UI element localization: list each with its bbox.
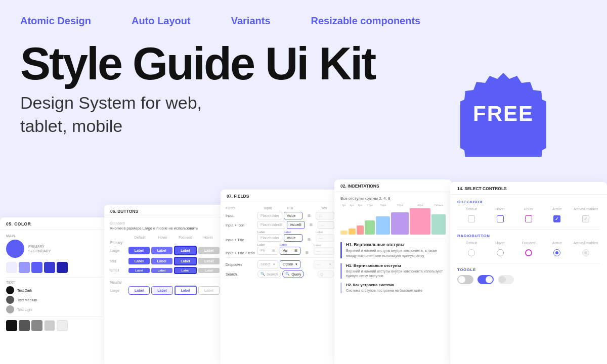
nav-variants[interactable]: Variants	[231, 15, 271, 27]
nav-resizable[interactable]: Resizable components	[311, 15, 421, 27]
nav-auto-layout[interactable]: Auto Layout	[132, 15, 191, 27]
free-badge-text: FREE	[460, 71, 546, 157]
panel-buttons: 06. BUTTONS Standard Кнопки в размере La…	[104, 205, 226, 364]
panel-select: 14. SELECT CONTROLS CHECKBOX Default Hov…	[450, 182, 607, 364]
panel-select-header: 14. SELECT CONTROLS	[450, 182, 607, 195]
panel-fields: 07. FIELDS Fields Input Full Yes Input P…	[221, 190, 339, 364]
panel-color: 05. COLOR MAIN PRIMARY SECONDARY	[0, 217, 109, 364]
free-badge: FREE	[460, 71, 546, 157]
panel-fields-header: 07. FIELDS	[221, 190, 339, 202]
navigation: Atomic Design Auto Layout Variants Resiz…	[0, 0, 607, 27]
panel-indent-header: 02. INDENTATIONS	[334, 179, 452, 192]
panel-color-header: 05. COLOR	[0, 217, 109, 230]
panel-indent: 02. INDENTATIONS Все отступы кратны 2, 4…	[334, 179, 452, 364]
mockup-area: 05. COLOR MAIN PRIMARY SECONDARY	[0, 177, 607, 364]
nav-atomic-design[interactable]: Atomic Design	[20, 15, 91, 27]
panel-buttons-header: 06. BUTTONS	[104, 205, 226, 217]
